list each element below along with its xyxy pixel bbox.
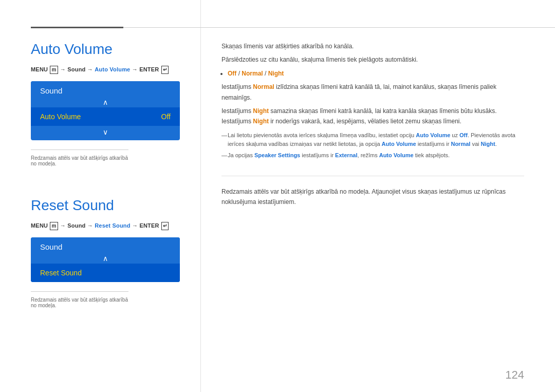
right-text-1: Skaņas līmenis var atšķirties atkarībā n… <box>221 41 524 51</box>
normal-ref: Normal <box>451 141 470 147</box>
auto-volume-note: Redzamais attēls var būt atšķirīgs atkar… <box>31 150 128 166</box>
auto-volume-ref-1: Auto Volume <box>416 132 450 138</box>
separator-2: / <box>265 70 268 77</box>
sound-panel-header-2: Sound <box>31 237 180 253</box>
auto-volume-item-label: Auto Volume <box>40 113 81 121</box>
auto-volume-section: Auto Volume MENU m → Sound → Auto Volume… <box>31 41 180 166</box>
right-divider <box>221 176 524 176</box>
speaker-settings-ref: Speaker Settings <box>254 152 300 158</box>
reset-right-text: Redzamais attēls var būt atšķirīgs atkar… <box>221 186 524 208</box>
bullet-item: Off / Normal / Night <box>228 68 524 79</box>
normal-bold-1: Normal <box>253 83 274 90</box>
night-ref: Night <box>481 141 495 147</box>
reset-sound-item-label: Reset Sound <box>40 269 82 277</box>
reset-sound-title: Reset Sound <box>31 197 180 214</box>
top-line-light <box>123 27 555 28</box>
sound-panel-header-1: Sound <box>31 81 180 97</box>
off-text: Off <box>228 70 236 77</box>
reset-sound-note: Redzamais attēls var būt atšķirīgs atkar… <box>31 291 128 308</box>
menu-icon: m <box>50 66 58 74</box>
auto-volume-title: Auto Volume <box>31 41 180 58</box>
auto-volume-ref-2: Auto Volume <box>382 141 416 147</box>
enter-icon: ↵ <box>161 66 169 74</box>
menu-icon-2: m <box>50 222 58 230</box>
reset-sound-menu-path: MENU m → Sound → Reset Sound → ENTER ↵ <box>31 222 180 230</box>
footnote-1: Lai lietotu pievienotās avota ierīces sk… <box>221 131 524 149</box>
right-para-1: Iestatījums Normal izlīdzina skaņas līme… <box>221 82 524 103</box>
footnote-2: Ja opcijas Speaker Settings iestatījums … <box>221 151 524 160</box>
path-sound-2: Sound <box>67 222 85 229</box>
off-ref: Off <box>459 132 468 138</box>
up-arrow-1: ∧ <box>31 97 180 107</box>
reset-sound-section: Reset Sound MENU m → Sound → Reset Sound… <box>31 197 180 308</box>
night-bold-2: Night <box>253 118 269 125</box>
path-reset-sound: Reset Sound <box>95 222 130 229</box>
top-line-dark <box>31 27 123 28</box>
external-ref: External <box>335 152 357 158</box>
auto-volume-note-text: Redzamais attēls var būt atšķirīgs atkar… <box>31 155 128 166</box>
reset-sound-note-text: Redzamais attēls var būt atšķirīgs atkar… <box>31 297 128 308</box>
page-number: 124 <box>505 368 524 382</box>
night-bold-1: Night <box>253 107 269 115</box>
menu-label-2: MENU <box>31 222 48 229</box>
auto-volume-menu-path: MENU m → Sound → Auto Volume → ENTER ↵ <box>31 66 180 74</box>
top-lines <box>0 27 555 28</box>
auto-volume-item: Auto Volume Off <box>31 107 180 126</box>
down-arrow-1: ∨ <box>31 126 180 140</box>
night-text: Night <box>268 70 284 77</box>
reset-sound-panel: Sound ∧ Reset Sound <box>31 237 180 282</box>
enter-icon-2: ↵ <box>161 222 169 230</box>
auto-volume-item-value: Off <box>161 113 171 121</box>
auto-volume-panel: Sound ∧ Auto Volume Off ∨ <box>31 81 180 140</box>
right-text-2: Pārslēdzoties uz citu kanālu, skaļuma lī… <box>221 54 524 65</box>
up-arrow-2: ∧ <box>31 253 180 264</box>
path-auto-volume: Auto Volume <box>95 66 130 72</box>
auto-volume-ref-3: Auto Volume <box>379 152 414 158</box>
left-column: Auto Volume MENU m → Sound → Auto Volume… <box>0 0 200 392</box>
auto-volume-right: Skaņas līmenis var atšķirties atkarībā n… <box>221 41 524 160</box>
normal-text: Normal <box>242 70 263 77</box>
footnote-1-section: Lai lietotu pievienotās avota ierīces sk… <box>221 131 524 160</box>
reset-sound-item: Reset Sound <box>31 264 180 282</box>
right-column: Skaņas līmenis var atšķirties atkarībā n… <box>200 0 555 392</box>
bullet-list: Off / Normal / Night <box>228 68 524 79</box>
path-sound-1: Sound <box>67 66 85 72</box>
right-para-2: Iestatījums Night samazina skaņas līmeni… <box>221 106 524 127</box>
path-enter-label-2: ENTER <box>139 222 159 229</box>
path-enter-label: ENTER <box>139 66 159 72</box>
menu-label: MENU <box>31 66 48 72</box>
reset-sound-right: Redzamais attēls var būt atšķirīgs atkar… <box>221 186 524 208</box>
